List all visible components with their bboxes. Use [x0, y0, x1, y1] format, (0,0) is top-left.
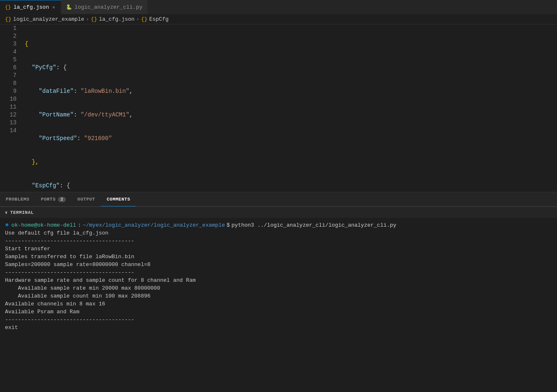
terminal-line-5: Samples=200000 sample rate=80000000 chan… — [5, 261, 552, 269]
terminal-line-1: Use default cfg file la_cfg.json — [5, 229, 552, 237]
terminal-content[interactable]: ● ok-home@ok-home-dell : ~/myex/logic_an… — [0, 218, 557, 392]
code-line-2: "PyCfg": { — [25, 64, 557, 72]
panel-tab-comments-label: COMMENTS — [107, 197, 130, 202]
breadcrumb-sep-1: › — [86, 16, 89, 22]
panel-tab-ports[interactable]: PORTS 2 — [35, 192, 72, 206]
terminal-line-6: ---------------------------------------- — [5, 269, 552, 276]
code-line-7: "EspCfg": { — [25, 182, 557, 190]
breadcrumb-icon-1: {} — [5, 16, 12, 22]
code-container: 1 2 3 4 5 6 7 8 9 10 11 12 13 14 { "PyCf… — [0, 24, 557, 192]
breadcrumb-sep-2: › — [136, 16, 140, 22]
terminal-dot: ● — [5, 221, 9, 229]
terminal-line-11: Available Psram and Ram — [5, 308, 552, 316]
tab-close-la-cfg[interactable]: ✕ — [51, 4, 56, 11]
terminal-command: python3 ../logic_analyzer_cli/logic_anal… — [232, 221, 397, 229]
code-line-6: }, — [25, 158, 557, 166]
panel-tab-problems-label: PROBLEMS — [6, 197, 29, 202]
terminal-line-7: Hardware sample rate and sample count fo… — [5, 276, 552, 284]
breadcrumb-part-2[interactable]: la_cfg.json — [99, 16, 135, 22]
panel-tab-output[interactable]: OUTPUT — [72, 192, 101, 206]
panel-tab-output-label: OUTPUT — [77, 197, 95, 202]
panel-tab-comments[interactable]: COMMENTS — [101, 192, 136, 206]
terminal-line-3: Start transfer — [5, 245, 552, 253]
terminal-line-12: ---------------------------------------- — [5, 316, 552, 324]
breadcrumb-part-1[interactable]: logic_analyzer_example — [13, 16, 85, 22]
code-line-3: "dataFile": "laRowBin.bin", — [25, 87, 557, 95]
panel-tabs: PROBLEMS PORTS 2 OUTPUT COMMENTS — [0, 192, 557, 206]
terminal-dollar: $ — [227, 221, 230, 229]
tab-bar: {} la_cfg.json ✕ 🐍 logic_analyzer_cli.py — [0, 0, 557, 15]
breadcrumb: {} logic_analyzer_example › {} la_cfg.js… — [0, 15, 557, 24]
json-icon: {} — [5, 5, 11, 10]
terminal-line-8: Available sample rate min 20000 max 8000… — [5, 284, 552, 292]
tab-la-cfg[interactable]: {} la_cfg.json ✕ — [0, 0, 61, 14]
breadcrumb-icon-2: {} — [91, 16, 97, 22]
terminal-line-13: exit — [5, 324, 552, 332]
tab-label-logic-cli: logic_analyzer_cli.py — [75, 4, 143, 10]
terminal-line-10: Available channels min 8 max 16 — [5, 300, 552, 308]
line-numbers: 1 2 3 4 5 6 7 8 9 10 11 12 13 14 — [0, 24, 21, 192]
code-line-1: { — [25, 40, 557, 48]
panel-tab-ports-label: PORTS — [41, 197, 56, 202]
code-line-4: "PortName": "/dev/ttyACM1", — [25, 111, 557, 119]
editor: 1 2 3 4 5 6 7 8 9 10 11 12 13 14 { "PyCf… — [0, 24, 557, 192]
breadcrumb-part-3[interactable]: EspCfg — [149, 16, 169, 22]
py-icon: 🐍 — [66, 4, 72, 10]
terminal-header: ∨ TERMINAL — [0, 206, 557, 218]
terminal-path: ~/myex/logic_analyzer/logic_analyzer_exa… — [82, 221, 225, 229]
breadcrumb-icon-3: {} — [141, 16, 148, 22]
tab-logic-cli[interactable]: 🐍 logic_analyzer_cli.py — [61, 0, 148, 14]
terminal-line-2: ---------------------------------------- — [5, 237, 552, 245]
code-line-5: "PortSpeed": "921600" — [25, 135, 557, 143]
chevron-icon: ∨ — [5, 210, 8, 215]
terminal-colon: : — [78, 221, 81, 229]
code-editor[interactable]: { "PyCfg": { "dataFile": "laRowBin.bin",… — [21, 24, 557, 192]
terminal-line-9: Available sample count min 100 max 20889… — [5, 292, 552, 300]
terminal-title: TERMINAL — [10, 210, 34, 215]
terminal-prompt: ● ok-home@ok-home-dell : ~/myex/logic_an… — [5, 221, 552, 229]
ports-badge: 2 — [58, 197, 66, 202]
panel-tab-problems[interactable]: PROBLEMS — [0, 192, 35, 206]
terminal-user: ok-home@ok-home-dell — [12, 221, 76, 229]
tab-label-la-cfg: la_cfg.json — [13, 4, 49, 10]
terminal-line-4: Samples transferred to file laRowBin.bin — [5, 253, 552, 261]
